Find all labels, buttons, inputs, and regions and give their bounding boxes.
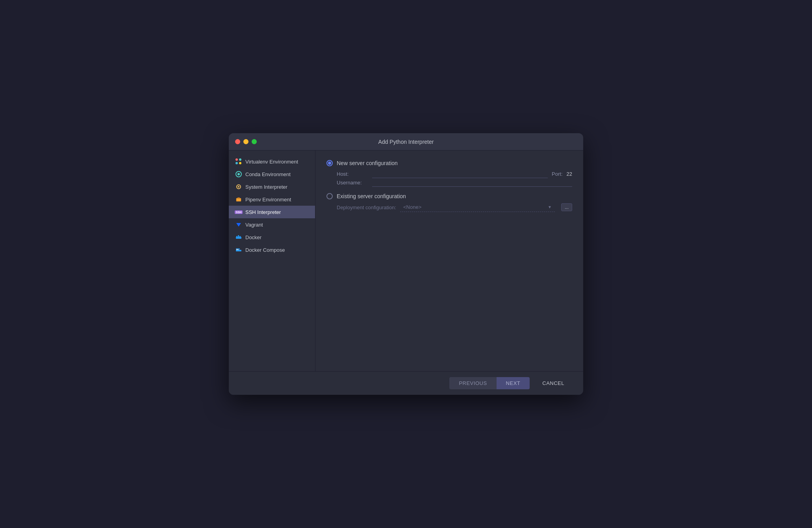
svg-point-1 [237,173,240,175]
svg-rect-13 [237,249,239,250]
maximize-button[interactable] [252,139,257,144]
svg-rect-10 [236,250,241,251]
sidebar-item-label: Virtualenv Environment [245,159,298,165]
sidebar-item-docker-compose[interactable]: Docker Compose [229,244,315,256]
sidebar-item-label: Docker [245,234,261,240]
sidebar-item-label: Vagrant [245,222,263,228]
existing-server-label: Existing server configuration [337,193,406,199]
docker-compose-icon [235,246,242,253]
sidebar-item-label: Docker Compose [245,247,285,253]
sidebar-item-conda[interactable]: Conda Environment [229,168,315,180]
conda-icon [235,171,242,178]
svg-rect-9 [238,235,239,236]
dialog-footer: PREVIOUS NEXT CANCEL [229,371,583,395]
vagrant-icon [235,221,242,228]
dialog-body: Virtualenv Environment Conda Environment [229,151,583,371]
sidebar-item-pipenv[interactable]: Pipenv Environment [229,193,315,206]
window-title: Add Python Interpreter [378,139,434,145]
pipenv-icon [235,196,242,203]
close-button[interactable] [235,139,240,144]
sidebar-item-vagrant[interactable]: Vagrant [229,218,315,231]
sidebar-item-label: Pipenv Environment [245,197,291,203]
next-button[interactable]: NEXT [497,377,530,389]
svg-rect-4 [237,197,240,199]
existing-server-option[interactable]: Existing server configuration [326,193,572,199]
svg-rect-3 [236,198,241,201]
minimize-button[interactable] [243,139,248,144]
new-server-radio[interactable] [326,160,333,166]
main-content: New server configuration Host: Port: 22 … [315,151,583,371]
username-input[interactable] [372,178,572,187]
existing-server-group: Existing server configuration Deployment… [326,193,572,212]
dropdown-arrow-icon: ▼ [548,205,552,209]
host-row: Host: Port: 22 [337,169,572,178]
sidebar-item-system[interactable]: System Interpreter [229,180,315,193]
new-server-option[interactable]: New server configuration [326,160,572,166]
port-value: 22 [567,171,572,177]
cancel-button[interactable]: CANCEL [533,377,574,389]
system-icon [235,183,242,190]
dialog-window: Add Python Interpreter Virtualenv Enviro… [229,133,583,395]
new-server-form: Host: Port: 22 Username: [337,169,572,187]
new-server-label: New server configuration [337,160,398,166]
svg-rect-6 [236,236,237,237]
sidebar-item-label: Conda Environment [245,171,291,177]
ellipsis-button[interactable]: ... [561,203,572,211]
svg-rect-12 [236,249,237,250]
virtualenv-icon [235,158,242,165]
deployment-label: Deployment configuration: [337,205,396,210]
sidebar-item-docker[interactable]: Docker [229,231,315,244]
host-input[interactable] [372,169,548,178]
sidebar: Virtualenv Environment Conda Environment [229,151,315,371]
port-label: Port: [552,171,562,177]
host-label: Host: [337,171,368,177]
username-label: Username: [337,180,368,186]
existing-server-form: Deployment configuration: <None> ▼ ... [337,203,572,212]
username-row: Username: [337,178,572,187]
deployment-value: <None> [403,204,548,210]
ssh-icon: SSH [235,208,242,216]
deployment-select[interactable]: <None> ▼ [400,203,555,212]
sidebar-item-virtualenv[interactable]: Virtualenv Environment [229,155,315,168]
docker-icon [235,234,242,241]
previous-button[interactable]: PREVIOUS [449,377,496,389]
sidebar-item-label: SSH Interpreter [245,209,281,215]
svg-point-2 [238,186,239,188]
titlebar: Add Python Interpreter [229,133,583,151]
sidebar-item-label: System Interpreter [245,184,287,190]
svg-rect-8 [239,236,241,237]
existing-server-radio[interactable] [326,193,333,199]
new-server-group: New server configuration Host: Port: 22 … [326,160,572,187]
deployment-row: Deployment configuration: <None> ▼ ... [337,203,572,212]
sidebar-item-ssh[interactable]: SSH SSH Interpreter [229,206,315,218]
traffic-lights [235,139,257,144]
